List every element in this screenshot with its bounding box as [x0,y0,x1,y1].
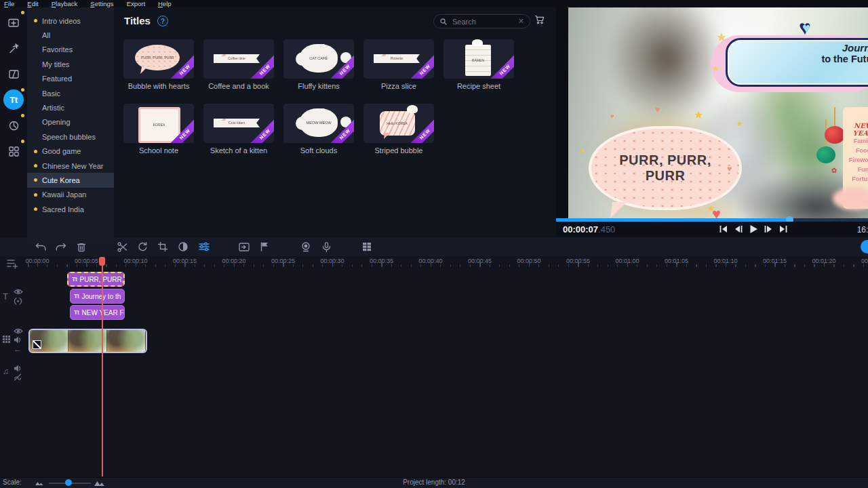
scale-slider-handle[interactable] [65,479,72,486]
zoom-in-icon[interactable] [94,480,105,486]
timeline-view-button[interactable] [359,240,374,253]
title-card-soft-clouds[interactable]: MEOW MEOW NEW [283,104,354,143]
playhead-line [102,258,103,476]
import-media-button[interactable] [3,12,24,33]
add-track-button[interactable] [7,258,18,269]
title-card: PURR, PURR, PURR NEW Bubble with hearts [123,39,194,90]
video-editor-window: File Edit Playback Settings Export Help … [0,0,868,488]
video-track-visibility-toggle[interactable] [14,328,23,334]
help-bubble-button[interactable] [861,240,868,253]
sidebar-item-good-game[interactable]: Good game [27,144,114,159]
record-audio-button[interactable] [319,240,334,253]
card-thumbnail: Pizzeria [374,54,420,63]
video-track-icon [2,335,11,344]
menu-settings[interactable]: Settings [90,0,113,7]
playhead-handle[interactable] [99,257,105,266]
webcam-capture-button[interactable] [298,240,313,253]
sidebar-item-artistic[interactable]: Artistic [27,100,114,115]
new-badge-dot [21,11,24,14]
scale-label: Scale: [3,479,22,486]
clear-search-icon[interactable]: ✕ [518,17,524,26]
heart-icon [610,113,614,120]
ruler-label: 00:00:40 [418,258,442,264]
flower-icon: ✿ [831,167,837,174]
marker-flag-button[interactable] [257,240,272,253]
play-button[interactable] [747,224,760,235]
title-card-striped-bubble[interactable]: Hello KOREA NEW [363,104,434,143]
title-track-visibility-toggle[interactable] [14,289,23,295]
card-label: Recipe sheet [443,82,514,90]
sidebar-item-my-titles[interactable]: My titles [27,57,114,71]
sidebar-item-chinese-new-year[interactable]: Chinese New Year [27,159,114,173]
menu-export[interactable]: Export [127,0,145,7]
sidebar-item-all[interactable]: All [27,28,114,42]
title-card-fluffy-kittens[interactable]: CAT CAFÉ NEW [283,39,354,79]
timeline-ruler[interactable]: 00:00:00 00:00:05 00:00:10 00:00:15 00:0… [23,256,868,268]
no-transition-icon[interactable] [33,340,41,349]
skip-to-start-button[interactable] [717,224,730,235]
audio-track-mute-toggle[interactable] [14,365,22,372]
card-label: Pizza slice [363,82,434,90]
title-card-pizza-slice[interactable]: Pizzeria NEW [363,39,434,79]
title-card-recipe-sheet[interactable]: RAMEN NEW [443,39,514,79]
ruler-label: 00:00:30 [320,258,344,264]
journey-text: Journey to the Future [821,42,868,64]
journey-title-overlay: ♥ ♥ ★ ★ Journey to the Future [711,24,868,95]
sidebar-item-basic[interactable]: Basic [27,86,114,100]
new-dot [34,178,37,182]
effects-button[interactable] [3,115,24,136]
split-scissors-button[interactable] [115,240,130,253]
search-box: ✕ [433,14,530,28]
sidebar-item-kawaii-japan[interactable]: Kawaii Japan [27,188,114,202]
ruler-label: 00:01:00 [615,258,639,264]
filters-button[interactable] [3,38,24,58]
card-thumbnail: RAMEN [465,45,491,76]
sidebar-item-opening[interactable]: Opening [27,115,114,129]
menu-help[interactable]: Help [158,0,172,7]
sidebar-item-featured[interactable]: Featured [27,72,114,86]
menu-edit[interactable]: Edit [27,0,38,7]
sidebar-item-intro-videos[interactable]: Intro videos [27,14,114,28]
title-clip-icon: Tt [72,276,77,283]
title-card-coffee-and-a-book[interactable]: Coffee time NEW [203,39,274,79]
video-track-link-arrow[interactable]: ← [14,345,22,353]
titles-button[interactable]: Tt [3,89,24,110]
ruler-label: 00:00:00 [25,258,49,264]
sidebar-item-speech-bubbles[interactable]: Speech bubbles [27,129,114,144]
card-label: Bubble with hearts [123,82,194,90]
title-clip-purr[interactable]: Tt PURR, PURR, [67,272,125,287]
help-icon[interactable]: ? [157,16,168,26]
skip-to-end-button[interactable] [776,224,790,235]
crop-button[interactable] [155,240,170,253]
audio-track-sync-off-toggle[interactable] [14,373,22,381]
lantern-string [834,107,835,127]
menu-file[interactable]: File [4,0,14,7]
more-tools-button[interactable] [3,141,24,161]
overlay-button[interactable] [237,240,252,253]
title-card-bubble-with-hearts[interactable]: PURR, PURR, PURR NEW [123,39,194,79]
zoom-out-icon[interactable] [35,481,43,485]
title-track-suspend-toggle[interactable] [14,298,22,305]
store-cart-icon[interactable] [534,15,545,24]
title-clip-journey[interactable]: Tt Journey to th [70,289,125,304]
title-card-school-note[interactable]: KOREA NEW [123,104,194,143]
title-clip-new-year[interactable]: Tt NEW YEAR Fa [70,305,125,320]
pink-cloud [833,187,868,210]
sidebar-item-cute-korea[interactable]: Cute Korea [27,173,114,187]
ruler-label: 00:00:25 [271,258,295,264]
rotate-button[interactable] [135,240,150,253]
title-card-sketch-of-a-kitten[interactable]: Cute kitten NEW [203,104,274,143]
ruler-label: 00:01:10 [713,258,737,264]
menu-playback[interactable]: Playback [52,0,78,7]
next-frame-button[interactable] [762,224,775,235]
color-adjustments-button[interactable] [176,240,191,253]
previous-frame-button[interactable] [732,224,745,235]
new-ribbon: NEW [489,54,514,79]
transitions-button[interactable] [3,64,24,84]
search-input[interactable] [451,17,518,26]
video-clip[interactable] [28,329,147,353]
sidebar-item-favorites[interactable]: Favorites [27,43,114,57]
video-track-mute-toggle[interactable] [14,336,22,344]
clip-properties-button[interactable] [197,240,212,253]
sidebar-item-sacred-india[interactable]: Sacred India [27,202,114,216]
